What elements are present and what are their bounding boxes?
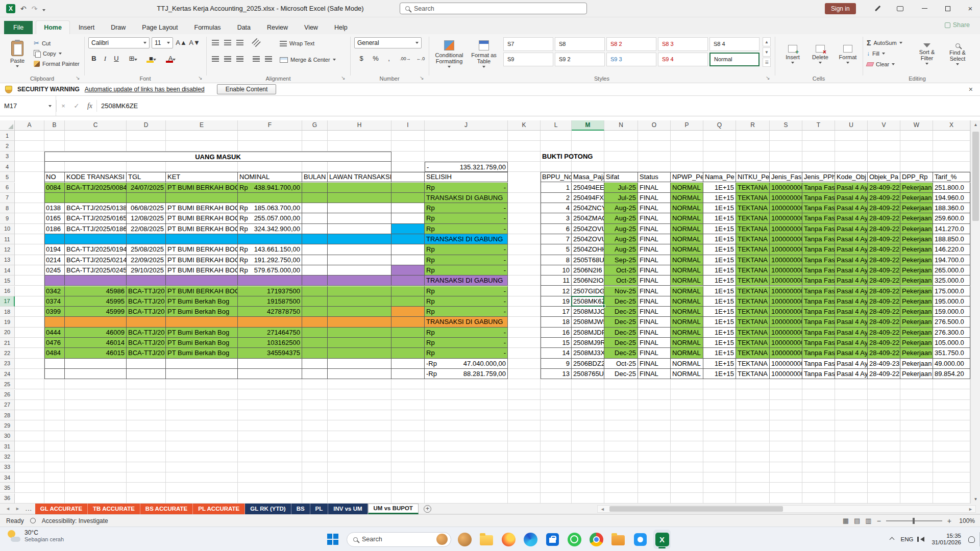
styles-dialog-launcher[interactable]: ↘ — [766, 75, 770, 81]
cell-N8[interactable]: Aug-25 — [604, 203, 638, 213]
cell-F10[interactable]: Rp324.342.900,00 — [238, 224, 302, 234]
taskbar-icon-microsoft-store[interactable] — [544, 530, 561, 549]
formula-input[interactable]: 2508MK6ZE — [97, 102, 980, 110]
cell-N14[interactable]: Oct-25 — [604, 265, 638, 276]
cell-H22[interactable] — [328, 348, 391, 358]
cell-X12[interactable]: 146.220.0 — [933, 244, 970, 255]
vscroll-thumb[interactable] — [972, 132, 979, 221]
cell-C12[interactable]: BCA-TTJ/2025/0194 — [65, 244, 127, 255]
cell-H17[interactable] — [328, 296, 391, 307]
cell-G7[interactable] — [302, 193, 328, 203]
styles-gallery-up-icon[interactable]: ▲ — [763, 37, 771, 46]
cell-G10[interactable] — [302, 224, 328, 234]
cell-Q16[interactable]: 1E+15 — [703, 286, 736, 296]
row-header-35[interactable]: 35 — [0, 483, 15, 493]
cell-T6[interactable]: Tanpa Fas — [802, 183, 835, 193]
cell-M16[interactable]: 2507GIDG — [572, 286, 604, 296]
select-all-corner[interactable] — [0, 120, 15, 131]
cell-U7[interactable]: Pasal 4 Ay — [835, 193, 868, 203]
cell-U5[interactable]: Kode_Obj — [835, 172, 868, 182]
cell-H15[interactable] — [328, 276, 391, 286]
cell-S17[interactable]: 1000000000 — [770, 296, 802, 307]
cell-V6[interactable]: 28-409-22 — [868, 183, 900, 193]
ribbon-tab-page-layout[interactable]: Page Layout — [134, 21, 185, 34]
notification-icon[interactable] — [968, 536, 975, 543]
cell-O19[interactable]: FINAL — [638, 317, 671, 327]
cell-J16[interactable]: Rp- — [425, 286, 508, 296]
ribbon-tab-home[interactable]: Home — [36, 20, 70, 34]
cell-S21[interactable]: 1000000000 — [770, 338, 802, 348]
row-header-24[interactable]: 24 — [0, 369, 15, 379]
taskbar-icon-file-explorer[interactable] — [478, 530, 495, 549]
sheet-tab-bs-accurate[interactable]: BS ACCURATE — [140, 504, 193, 514]
cell-S12[interactable]: 1000000000 — [770, 244, 802, 255]
row-header-10[interactable]: 10 — [0, 224, 15, 234]
column-header-E[interactable]: E — [166, 120, 238, 131]
cell-F7[interactable] — [238, 193, 302, 203]
column-header-F[interactable]: F — [238, 120, 302, 131]
row-header-14[interactable]: 14 — [0, 265, 15, 276]
cell-J20[interactable]: Rp- — [425, 328, 508, 338]
cell-X6[interactable]: 251.800.0 — [933, 183, 970, 193]
cell-R24[interactable]: TEKTANA — [736, 369, 770, 379]
cell-T13[interactable]: Tanpa Fas — [802, 255, 835, 265]
cell-T17[interactable]: Tanpa Fas — [802, 296, 835, 307]
row-header-13[interactable]: 13 — [0, 255, 15, 265]
row-header-29[interactable]: 29 — [0, 420, 15, 431]
cell-N16[interactable]: Nov-25 — [604, 286, 638, 296]
format-painter-button[interactable]: Format Painter — [34, 61, 80, 67]
cell-style-s7[interactable]: S7 — [503, 37, 553, 51]
cut-button[interactable]: ✂Cut — [34, 39, 51, 47]
row-header-31[interactable]: 31 — [0, 441, 15, 452]
cell-Q18[interactable]: 1E+15 — [703, 307, 736, 317]
cell-E6[interactable]: PT BUMI BERKAH BOG — [166, 183, 238, 193]
row-header-23[interactable]: 23 — [0, 359, 15, 369]
copy-button[interactable]: Copy — [34, 50, 62, 57]
cell-G8[interactable] — [302, 203, 328, 213]
cell-M21[interactable]: 2508MJ9R — [572, 338, 604, 348]
cell-N19[interactable]: Dec-25 — [604, 317, 638, 327]
cell-G22[interactable] — [302, 348, 328, 358]
cell-G23[interactable] — [302, 359, 328, 369]
italic-button[interactable]: I — [100, 54, 110, 64]
security-bar-close-icon[interactable]: × — [969, 85, 973, 93]
cell-M10[interactable]: 2504ZOVU — [572, 224, 604, 234]
cell-L17[interactable]: 19 — [541, 296, 572, 307]
cell-Q5[interactable]: Nama_Pe — [703, 172, 736, 182]
cell-H19[interactable] — [328, 317, 391, 327]
cell-X23[interactable]: 49.000.00 — [933, 359, 970, 369]
align-center-icon[interactable] — [223, 55, 233, 65]
cell-G17[interactable] — [302, 296, 328, 307]
taskbar-search[interactable]: Search — [347, 532, 451, 547]
cell-I17[interactable] — [391, 296, 425, 307]
cell-V17[interactable]: 28-409-22 — [868, 296, 900, 307]
cell-I14[interactable] — [391, 265, 425, 276]
cell-J17[interactable]: Rp- — [425, 296, 508, 307]
column-header-V[interactable]: V — [868, 120, 900, 131]
cell-X15[interactable]: 325.000.0 — [933, 276, 970, 286]
cell-E20[interactable]: PT Bumi Berkah Bog — [166, 328, 238, 338]
cell-style-s9-4[interactable]: S9 4 — [658, 53, 708, 66]
cell-O16[interactable]: FINAL — [638, 286, 671, 296]
cell-W11[interactable]: Pekerjaan — [900, 234, 933, 244]
cell-Q20[interactable]: 1E+15 — [703, 328, 736, 338]
cell-X21[interactable]: 105.000.0 — [933, 338, 970, 348]
horizontal-scrollbar[interactable]: ◄ ► — [597, 505, 976, 513]
cell-M23[interactable]: 2506BDZ2 — [572, 359, 604, 369]
cell-T8[interactable]: Tanpa Fas — [802, 203, 835, 213]
cell-D10[interactable]: 22/08/2025 — [127, 224, 166, 234]
cell-N12[interactable]: Aug-25 — [604, 244, 638, 255]
cell-B23[interactable] — [44, 359, 65, 369]
cell-L7[interactable]: 2 — [541, 193, 572, 203]
cell-T7[interactable]: Tanpa Fas — [802, 193, 835, 203]
cell-V15[interactable]: 28-409-22 — [868, 276, 900, 286]
cell-L10[interactable]: 6 — [541, 224, 572, 234]
cell-V10[interactable]: 28-409-22 — [868, 224, 900, 234]
accounting-format-icon[interactable]: $ — [356, 54, 366, 64]
cell-I23[interactable] — [391, 359, 425, 369]
zoom-level[interactable]: 100% — [957, 517, 975, 524]
taskbar-icon-chrome[interactable] — [587, 530, 605, 549]
row-header-3[interactable]: 3 — [0, 152, 15, 162]
cell-J14[interactable]: Rp- — [425, 265, 508, 276]
restore-button[interactable] — [938, 0, 958, 17]
